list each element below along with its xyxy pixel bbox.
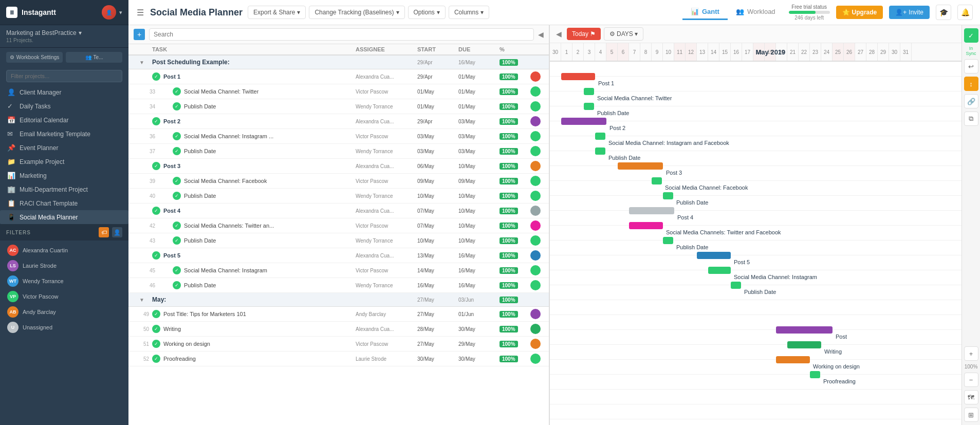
task-row-9[interactable]: 40 ✓ Publish Date Wendy Torrance 10/May … (128, 189, 549, 204)
check-2[interactable]: ✓ (173, 87, 181, 96)
change-tracking-button[interactable]: Change Tracking (Baselines) ▾ (309, 6, 404, 19)
task-row-15[interactable]: 46 ✓ Publish Date Wendy Torrance 16/May … (128, 278, 549, 293)
minus-zoom-icon[interactable]: − (964, 373, 978, 387)
user-filter-victor[interactable]: VPVictor Pascow (6, 289, 122, 304)
sidebar-item-social-media-planner[interactable]: 📱Social Media Planner (0, 210, 128, 224)
map-icon[interactable]: 🗺 (964, 390, 978, 404)
copy-icon[interactable]: ⧉ (964, 112, 978, 126)
check-10[interactable]: ✓ (152, 207, 160, 215)
check-20[interactable]: ✓ (152, 310, 160, 318)
check-7[interactable]: ✓ (152, 162, 160, 170)
group-collapse-may[interactable]: ▼ (132, 297, 152, 303)
check-9[interactable]: ✓ (173, 192, 181, 200)
check-8[interactable]: ✓ (173, 177, 181, 185)
gantt-bar-14[interactable] (731, 282, 741, 289)
table-scroll[interactable]: ▼ Post Scheduling Example: 29/Apr 16/May… (128, 56, 549, 425)
gantt-bar-10[interactable] (629, 222, 663, 229)
gantt-bar-2[interactable] (584, 103, 594, 110)
group-collapse-post-scheduling[interactable]: ▼ (132, 60, 152, 65)
task-row-1[interactable]: ✓ Post 1 Alexandra Cua... 29/Apr 01/May … (128, 69, 549, 84)
task-row-12[interactable]: 43 ✓ Publish Date Wendy Torrance 10/May … (128, 233, 549, 248)
check-11[interactable]: ✓ (173, 221, 181, 230)
days-button[interactable]: ⚙ DAYS ▾ (604, 27, 643, 41)
task-row-10[interactable]: ✓ Post 4 Alexandra Cua... 07/May 10/May … (128, 204, 549, 218)
sidebar-item-multi-dept[interactable]: 🏢Multi-Department Project (0, 182, 128, 196)
task-row-2[interactable]: 33 ✓ Social Media Channel: Twitter Victo… (128, 84, 549, 99)
check-13[interactable]: ✓ (152, 251, 160, 260)
sort-icon[interactable]: ↕ (964, 77, 978, 91)
gantt-scroll[interactable]: Post 1Social Media Channel: TwitterPubli… (550, 62, 961, 425)
sidebar-item-daily-tasks[interactable]: ✓Daily Tasks (0, 99, 128, 113)
task-row-21[interactable]: 50 ✓ Writing Alexandra Cua... 28/May 30/… (128, 322, 549, 337)
check-5[interactable]: ✓ (173, 132, 181, 140)
link-icon[interactable]: 🔗 (964, 94, 978, 108)
invite-button[interactable]: 👤+ Invite (889, 6, 930, 19)
filter-tag-icon[interactable]: 🏷 (99, 227, 109, 237)
gantt-bar-3[interactable] (561, 118, 606, 125)
gantt-bar-4[interactable] (595, 133, 605, 140)
check-12[interactable]: ✓ (173, 236, 181, 245)
today-button[interactable]: Today ⚑ (567, 28, 601, 40)
sidebar-item-marketing[interactable]: 📊Marketing (0, 169, 128, 182)
gantt-bar-16[interactable] (787, 341, 821, 348)
check-22[interactable]: ✓ (152, 340, 160, 348)
sidebar-item-client-manager[interactable]: 👤Client Manager (0, 85, 128, 99)
filter-projects-input[interactable] (6, 70, 122, 82)
filter-user-icon[interactable]: 👤 (112, 227, 122, 237)
task-row-7[interactable]: ✓ Post 3 Alexandra Cua... 06/May 10/May … (128, 159, 549, 174)
add-row-button[interactable]: + (134, 29, 145, 40)
task-row-3[interactable]: 34 ✓ Publish Date Wendy Torrance 01/May … (128, 99, 549, 114)
user-filter-wendy[interactable]: WTWendy Torrance (6, 273, 122, 289)
user-avatar[interactable]: 👤 (102, 5, 116, 20)
gantt-bar-13[interactable] (708, 267, 731, 274)
hat-icon-button[interactable]: 🎓 (936, 5, 951, 20)
user-filter-andy[interactable]: ABAndy Barclay (6, 304, 122, 320)
options-button[interactable]: Options ▾ (408, 6, 446, 19)
columns-button[interactable]: Columns ▾ (449, 6, 489, 19)
sidebar-item-editorial-calendar[interactable]: 📅Editorial Calendar (0, 113, 128, 127)
bell-icon-button[interactable]: 🔔 (957, 5, 973, 20)
sidebar-item-example-project[interactable]: 📁Example Project (0, 155, 128, 169)
workbook-settings-button[interactable]: ⚙ Workbook Settings (6, 52, 63, 63)
gantt-bar-15[interactable] (776, 326, 833, 334)
sidebar-item-email-marketing[interactable]: ✉Email Marketing Template (0, 127, 128, 141)
back-arrow-icon[interactable]: ◀ (538, 30, 544, 39)
export-share-button[interactable]: Export & Share ▾ (248, 6, 306, 19)
gantt-bar-9[interactable] (629, 207, 674, 214)
task-row-4[interactable]: ✓ Post 2 Alexandra Cua... 29/Apr 03/May … (128, 114, 549, 129)
task-row-6[interactable]: 37 ✓ Publish Date Wendy Torrance 03/May … (128, 144, 549, 159)
tab-workload[interactable]: 👥 Workload (728, 5, 784, 20)
upgrade-button[interactable]: ⭐ Upgrade (836, 6, 883, 19)
gantt-bar-11[interactable] (663, 237, 673, 244)
check-15[interactable]: ✓ (173, 281, 181, 289)
task-row-8[interactable]: 39 ✓ Social Media Channel: Facebook Vict… (128, 174, 549, 189)
group-header-post-scheduling[interactable]: ▼ Post Scheduling Example: 29/Apr 16/May… (128, 56, 549, 69)
task-row-20[interactable]: 49 ✓ Post Title: Tips for Marketers 101 … (128, 307, 549, 322)
gantt-bar-1[interactable] (584, 88, 594, 95)
check-21[interactable]: ✓ (152, 325, 160, 333)
sidebar-item-raci-chart[interactable]: 📋RACI Chart Template (0, 196, 128, 210)
user-filter-laurie[interactable]: LSLaurie Strode (6, 258, 122, 273)
table-icon[interactable]: ⊞ (964, 408, 978, 422)
gantt-prev-arrow[interactable]: ◀ (554, 29, 564, 39)
gantt-bar-17[interactable] (776, 356, 810, 363)
tab-gantt[interactable]: 📊 Gantt (682, 5, 728, 20)
gantt-bar-0[interactable] (561, 73, 595, 80)
undo-icon[interactable]: ↩ (964, 59, 978, 73)
user-filter-alexandra[interactable]: ACAlexandra Cuartin (6, 243, 122, 258)
task-row-11[interactable]: 42 ✓ Social Media Channels: Twitter an..… (128, 218, 549, 233)
gantt-bar-18[interactable] (810, 371, 820, 378)
search-input[interactable] (149, 28, 534, 41)
group-header-may[interactable]: ▼ May: 27/May 03/Jun 100% (128, 293, 549, 307)
task-row-23[interactable]: 52 ✓ Proofreading Laurie Strode 30/May 3… (128, 352, 549, 366)
gantt-bar-12[interactable] (697, 252, 731, 259)
gantt-bar-6[interactable] (618, 162, 663, 170)
team-button[interactable]: 👥 Te... (66, 52, 122, 63)
workspace-name[interactable]: Marketing at BestPractice ▾ (6, 29, 122, 36)
chevron-icon[interactable]: ▾ (119, 9, 122, 16)
gantt-bar-8[interactable] (663, 192, 673, 199)
task-row-5[interactable]: 36 ✓ Social Media Channel: Instagram ...… (128, 129, 549, 144)
check-1[interactable]: ✓ (152, 72, 160, 81)
sidebar-item-event-planner[interactable]: 📌Event Planner (0, 141, 128, 155)
user-filter-unassigned[interactable]: UUnassigned (6, 320, 122, 335)
